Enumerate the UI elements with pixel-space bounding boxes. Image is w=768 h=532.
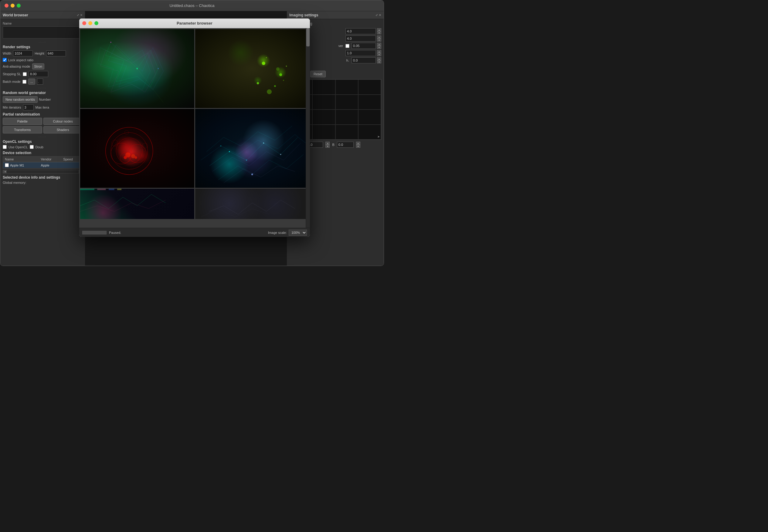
min-iterators-input[interactable] (23, 104, 34, 110)
lock-aspect-checkbox[interactable] (3, 58, 7, 62)
param-scrollbar-thumb[interactable] (306, 28, 310, 46)
spin-down-g[interactable]: ▼ (325, 145, 330, 148)
height-label: Height (35, 52, 44, 55)
svg-point-24 (134, 156, 137, 159)
colour-nodes-button[interactable]: Colour nodes (43, 118, 83, 125)
param-image-3[interactable] (80, 109, 194, 188)
min-iterators-label: Min iterators (3, 106, 21, 109)
spin-down-cover[interactable]: ▼ (377, 46, 381, 49)
window-minimize-button[interactable] (11, 4, 15, 8)
transforms-button[interactable]: Transforms (3, 126, 42, 133)
image-scale-select[interactable]: 100% (289, 230, 307, 236)
ver-label: ver (339, 44, 343, 48)
param-image-5[interactable] (80, 189, 194, 219)
imaging-resize-icon[interactable]: ⤢ (376, 14, 378, 17)
svg-rect-36 (109, 189, 114, 190)
cover-input[interactable] (352, 43, 376, 49)
b-label: B (332, 143, 334, 146)
world-browser-resize-icon[interactable]: ⤢ (77, 14, 79, 17)
stopping-sl-input[interactable] (29, 71, 48, 77)
param-browser-scrollbar[interactable] (306, 28, 310, 228)
imaging-spinner-cover: ▲ ▼ (377, 43, 381, 49)
spin-up-1[interactable]: ▲ (377, 28, 381, 31)
table-row[interactable]: Apple M1 Apple (3, 162, 82, 168)
param-browser-buttons (82, 21, 98, 25)
svg-line-0 (137, 69, 163, 103)
stopping-sl-checkbox[interactable] (23, 72, 27, 76)
cover-checkbox[interactable] (345, 44, 349, 48)
spin-up-2[interactable]: ▲ (377, 35, 381, 39)
scroll-left-arrow[interactable]: ◀ (3, 170, 7, 173)
spin-down-3[interactable]: ▼ (377, 53, 381, 56)
reset-button[interactable]: Reset (310, 71, 326, 77)
svg-point-15 (111, 133, 147, 169)
curve-cell-2 (312, 79, 335, 95)
spin-down-b[interactable]: ▼ (356, 145, 360, 148)
width-input[interactable] (13, 50, 33, 56)
b-value-input[interactable] (337, 142, 354, 148)
param-image-4[interactable] (195, 109, 309, 188)
spin-up-4[interactable]: ▲ (377, 57, 381, 60)
spin-up-b[interactable]: ▲ (356, 142, 360, 145)
anti-alias-label: Anti-aliasing mode (3, 65, 30, 68)
imaging-value-3-input[interactable] (345, 50, 376, 56)
imaging-spinner-1: ▲ ▼ (377, 28, 381, 34)
width-label: Width (3, 52, 11, 55)
svg-rect-37 (117, 189, 121, 190)
param-browser-content: Paused. Image scale: 100% (79, 28, 310, 237)
window-maximize-button[interactable] (17, 4, 21, 8)
title-bar-buttons (5, 4, 21, 8)
param-browser-max-button[interactable] (94, 21, 98, 25)
param-image-1[interactable] (80, 29, 194, 108)
device-table: Name Vendor Speed (3, 157, 82, 168)
device-table-scrollbar[interactable]: ◀ ▶ (3, 170, 82, 173)
height-input[interactable] (46, 50, 66, 56)
lock-aspect-label: Lock aspect ratio (8, 58, 33, 62)
spin-up-cover[interactable]: ▲ (377, 43, 381, 46)
param-image-6[interactable] (195, 189, 309, 219)
spin-up-g[interactable]: ▲ (325, 142, 330, 145)
device-table-container: Name Vendor Speed (3, 156, 82, 169)
min-max-iterators-row: Min iterators Max itera (3, 104, 82, 110)
imaging-value-2-input[interactable] (345, 35, 376, 42)
double-checkbox[interactable] (30, 145, 34, 149)
title-bar: Untitled.chaos – Chaotica (0, 0, 384, 11)
svg-point-3 (110, 42, 111, 43)
param-scroll-area (79, 28, 310, 228)
shaders-button[interactable]: Shaders (43, 126, 83, 133)
param-browser-close-button[interactable] (82, 21, 86, 25)
imaging-value-4-input[interactable] (352, 57, 376, 63)
width-height-row: Width Height (3, 50, 82, 56)
param-browser-title-bar: Parameter browser (79, 19, 310, 28)
spin-down-1[interactable]: ▼ (377, 31, 381, 34)
number-label: Number (39, 98, 51, 101)
new-random-worlds-button[interactable]: New random worlds (3, 96, 38, 103)
palette-button[interactable]: Palette (3, 118, 42, 125)
name-input-box[interactable] (3, 26, 82, 39)
divider-1: ...... (3, 40, 82, 43)
param-image-2[interactable] (195, 29, 309, 108)
world-browser-close-icon[interactable]: ✕ (80, 14, 82, 17)
stopping-sl-row: Stopping SL (3, 71, 82, 77)
batch-input[interactable] (37, 79, 43, 85)
curve-cell-3 (335, 79, 358, 95)
spin-up-3[interactable]: ▲ (377, 50, 381, 53)
param-browser-min-button[interactable] (88, 21, 92, 25)
device-row-checkbox[interactable] (5, 163, 9, 167)
svg-point-28 (229, 151, 230, 152)
svg-point-14 (106, 127, 153, 175)
divider-2: ...... (3, 86, 82, 89)
window-close-button[interactable] (5, 4, 8, 8)
svg-point-6 (279, 73, 282, 76)
spin-down-4[interactable]: ▼ (377, 60, 381, 63)
divider-3: ...... (3, 135, 82, 138)
batch-mode-checkbox[interactable] (22, 80, 26, 84)
param-browser-title: Parameter browser (177, 21, 213, 25)
imaging-close-icon[interactable]: ✕ (379, 14, 381, 17)
imaging-value-1-input[interactable] (345, 28, 376, 34)
svg-point-30 (246, 160, 247, 161)
batch-dots-button[interactable]: ... (28, 79, 35, 85)
anti-alias-button[interactable]: Stron (32, 63, 44, 69)
spin-down-2[interactable]: ▼ (377, 39, 381, 42)
use-opencl-checkbox[interactable] (3, 145, 7, 149)
